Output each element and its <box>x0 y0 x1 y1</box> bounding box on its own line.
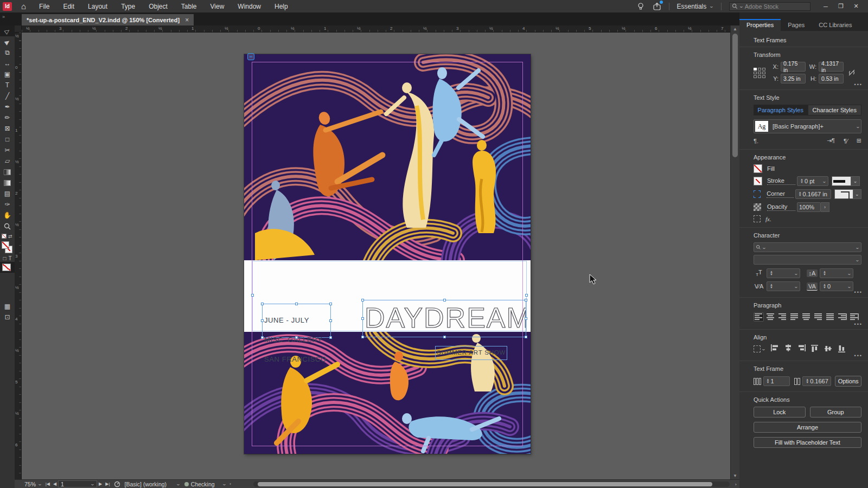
align-right-icon[interactable] <box>777 312 788 322</box>
gradient-feather-tool-icon[interactable] <box>0 177 15 188</box>
dates-text-frame[interactable]: JUNE - JULY MISC. GALLERY SAN FRANCISCO <box>262 304 331 338</box>
formatting-affects-text-icon[interactable]: T <box>8 255 11 261</box>
scroll-left-icon[interactable]: ‹ <box>228 481 233 486</box>
rectangle-frame-tool-icon[interactable]: ⊠ <box>0 123 15 134</box>
indesign-logo[interactable]: Id <box>3 2 12 11</box>
align-top-edges-icon[interactable] <box>811 344 820 353</box>
tab-cc-libraries[interactable]: CC Libraries <box>812 19 859 31</box>
zoom-level-control[interactable]: 75%⌄ <box>22 481 44 487</box>
group-button[interactable]: Group <box>810 407 862 418</box>
stroke-style-chevron[interactable]: ⌄ <box>851 176 860 186</box>
preflight-profile[interactable]: [Basic] (working)⌄ <box>123 481 182 487</box>
arrange-button[interactable]: Arrange <box>754 422 861 433</box>
free-transform-tool-icon[interactable]: ▱ <box>0 156 15 166</box>
opacity-expand-arrow[interactable]: › <box>821 202 829 212</box>
columns-field[interactable]: ▲▼1 <box>763 376 790 386</box>
lock-button[interactable]: Lock <box>754 407 806 418</box>
first-page-button[interactable]: |◀ <box>44 481 52 486</box>
view-options-icon[interactable]: ▦ <box>0 301 15 312</box>
justify-last-right-icon[interactable] <box>813 312 824 322</box>
object-effects-icon[interactable] <box>754 215 761 222</box>
zoom-tool-icon[interactable] <box>0 221 15 232</box>
gutter-field[interactable]: ▲▼0.1667 <box>802 376 831 386</box>
paragraph-mark-icon[interactable]: ¶. <box>754 138 758 144</box>
close-button[interactable]: ✕ <box>848 0 864 12</box>
reference-point-grid[interactable] <box>754 68 765 78</box>
align-away-spine-icon[interactable] <box>849 312 859 322</box>
subtitle-text-frame[interactable]: SUMMER ART SHOW <box>435 346 507 360</box>
align-to-selector[interactable]: ⌄ <box>754 345 765 352</box>
tab-pages[interactable]: Pages <box>781 19 812 31</box>
corner-label[interactable]: Corner <box>767 190 793 198</box>
tab-close-icon[interactable]: × <box>185 16 189 24</box>
page-tool-icon[interactable]: ⧉ <box>0 47 15 58</box>
scroll-down-icon[interactable]: ▼ <box>733 473 737 478</box>
note-tool-icon[interactable]: ▤ <box>0 188 15 199</box>
font-family-dropdown[interactable]: ⌄⌄ <box>754 242 861 252</box>
fx-icon[interactable]: fx. <box>765 216 771 222</box>
rectangle-tool-icon[interactable]: □ <box>0 134 15 145</box>
opacity-label[interactable]: Opacity <box>767 203 795 211</box>
preflight-status[interactable]: Checking⌄ <box>182 481 228 487</box>
panel-expand-icon[interactable]: » <box>2 14 4 20</box>
kerning-field[interactable]: ▲▼⌄ <box>767 281 800 291</box>
menu-view[interactable]: View <box>210 3 225 10</box>
transform-more-options[interactable]: ••• <box>854 82 863 87</box>
align-more-options[interactable]: ••• <box>854 353 863 358</box>
character-styles-tab[interactable]: Character Styles <box>808 105 862 115</box>
align-horizontal-centers-icon[interactable] <box>784 344 793 353</box>
stroke-label[interactable]: Stroke <box>767 177 795 185</box>
paragraph-more-options[interactable]: ••• <box>854 322 863 327</box>
formatting-affects-container-icon[interactable]: □ <box>3 255 6 261</box>
align-right-edges-icon[interactable] <box>797 344 806 353</box>
direct-selection-tool-icon[interactable]: ▶ <box>0 36 15 47</box>
postcard-page[interactable] <box>244 54 531 454</box>
hand-tool-icon[interactable]: ✋ <box>0 210 15 221</box>
w-field[interactable]: 4.1317 in <box>819 62 844 72</box>
x-field[interactable]: 0.175 in <box>781 62 806 72</box>
search-scope-chevron[interactable]: ⌄ <box>739 4 744 9</box>
opacity-field[interactable]: 100% <box>797 202 821 212</box>
minimize-button[interactable]: ─ <box>818 0 833 12</box>
vertical-ruler[interactable]: ½0½1½2½3½4½5½6 <box>15 33 22 488</box>
paragraph-style-dropdown[interactable]: Ag [Basic Paragraph]+ ⌄ <box>754 119 861 133</box>
character-more-options[interactable]: ••• <box>854 290 863 295</box>
gap-tool-icon[interactable]: ↔ <box>0 58 15 69</box>
ruler-origin-corner[interactable] <box>15 25 22 33</box>
h-field[interactable]: 0.53 in <box>819 74 844 84</box>
align-left-icon[interactable] <box>754 312 764 322</box>
align-vertical-centers-icon[interactable] <box>825 344 833 353</box>
restore-button[interactable]: ❐ <box>833 0 848 12</box>
justify-last-center-icon[interactable] <box>801 312 812 322</box>
text-frame-options-button[interactable]: Options <box>835 376 861 387</box>
scissors-tool-icon[interactable]: ✂ <box>0 145 15 156</box>
fill-color-swatch[interactable] <box>2 241 9 249</box>
screen-mode-icon[interactable]: ⊡ <box>0 312 15 323</box>
redefine-style-icon[interactable]: ⇥¶ <box>827 137 835 144</box>
vertical-scroll-thumb[interactable] <box>732 34 738 157</box>
menu-edit[interactable]: Edit <box>63 3 74 10</box>
justify-last-left-icon[interactable] <box>789 312 800 322</box>
fill-with-placeholder-button[interactable]: Fill with Placeholder Text <box>754 437 861 448</box>
content-collector-tool-icon[interactable]: ▣ <box>0 69 15 80</box>
line-tool-icon[interactable]: ╱ <box>0 91 15 101</box>
title-text-frame[interactable]: DAYDREAM <box>362 300 526 337</box>
adobe-stock-search[interactable]: ⌄ Adobe Stock <box>729 2 810 11</box>
preflight-gauge-icon[interactable] <box>112 481 123 487</box>
learn-bulb-icon[interactable] <box>636 2 645 11</box>
page-number-field[interactable]: 1⌄ <box>58 480 97 487</box>
horizontal-ruler[interactable]: ½3½2½1½0½1½2½3½4½5½6½7 <box>22 25 730 33</box>
font-size-field[interactable]: ▲▼⌄ <box>767 268 800 278</box>
menu-file[interactable]: File <box>39 3 49 10</box>
menu-layout[interactable]: Layout <box>88 3 107 10</box>
share-icon[interactable] <box>653 2 661 11</box>
tab-properties[interactable]: Properties <box>739 19 781 31</box>
constrain-proportions-icon[interactable] <box>848 69 856 76</box>
stroke-style-preview[interactable] <box>832 176 851 186</box>
paragraph-styles-tab[interactable]: Paragraph Styles <box>754 105 808 115</box>
scroll-up-icon[interactable]: ▲ <box>733 27 737 31</box>
new-style-icon[interactable]: ⊞ <box>857 137 861 144</box>
tracking-field[interactable]: ▲▼0⌄ <box>820 281 853 291</box>
corner-style-chevron[interactable]: ⌄ <box>853 189 861 199</box>
menu-type[interactable]: Type <box>121 3 135 10</box>
